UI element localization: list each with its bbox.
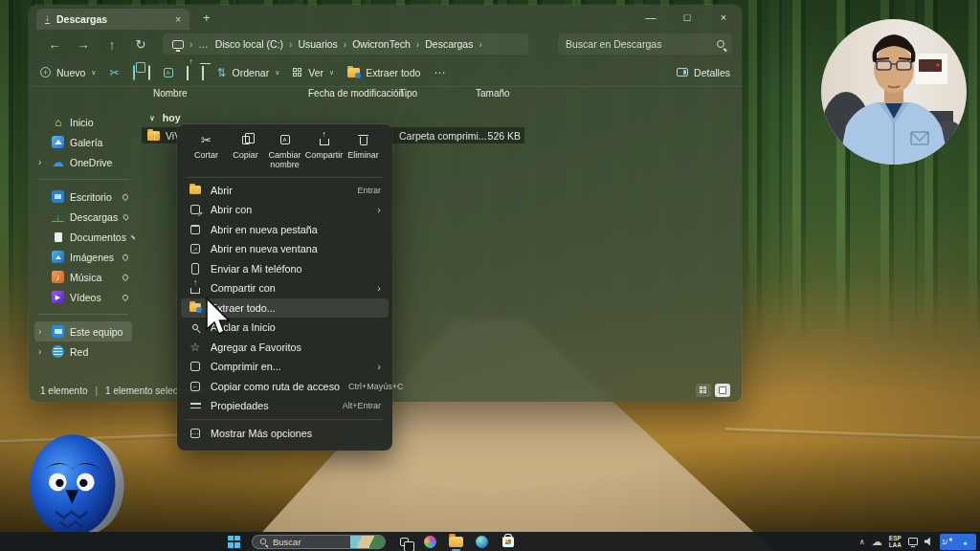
- task-view-button[interactable]: [397, 535, 412, 549]
- details-pane-button[interactable]: Detalles: [677, 67, 730, 78]
- microsoft-store-button[interactable]: [501, 535, 515, 549]
- view-toggles: [696, 384, 730, 397]
- share-button[interactable]: [187, 66, 189, 79]
- menu-item-abrir[interactable]: Abrir Entrar: [181, 181, 389, 201]
- menu-shortcut: Ctrl+Mayús+C: [348, 382, 404, 391]
- sidebar-item-videos[interactable]: ▶ Vídeos: [34, 287, 132, 307]
- crumb-disco-local[interactable]: Disco local (C:): [215, 38, 283, 50]
- sidebar-item-inicio[interactable]: ⌂ Inicio: [34, 112, 132, 132]
- maximize-button[interactable]: □: [669, 6, 705, 29]
- pin-icon: [122, 213, 130, 221]
- tab-close-icon[interactable]: ×: [175, 14, 181, 25]
- group-header-hoy[interactable]: ∨ hoy: [149, 112, 181, 123]
- menu-item-propiedades[interactable]: Propiedades Alt+Entrar: [181, 396, 389, 416]
- sidebar-item-este-equipo[interactable]: › Este equipo: [34, 321, 132, 342]
- start-button[interactable]: [228, 536, 240, 548]
- sidebar-item-onedrive[interactable]: › ☁ OneDrive: [34, 152, 132, 172]
- open-with-icon: [189, 203, 202, 216]
- cut-button[interactable]: ✂ Cortar: [187, 132, 226, 170]
- crumb-separator: ›: [189, 39, 192, 50]
- forward-button[interactable]: →: [71, 37, 96, 52]
- menu-label: Extraer todo...: [211, 302, 381, 314]
- new-button[interactable]: + Nuevo ∨: [40, 67, 96, 78]
- sidebar-item-galeria[interactable]: Galería: [34, 132, 132, 152]
- view-button[interactable]: Ver ∨: [293, 67, 334, 78]
- minimize-button[interactable]: —: [633, 6, 669, 29]
- language-indicator[interactable]: ESP LAA: [889, 535, 902, 548]
- new-tab-button[interactable]: +: [203, 11, 211, 25]
- crumb-owicrontech[interactable]: OwicronTech: [352, 38, 411, 50]
- sidebar-item-imagenes[interactable]: Imágenes: [34, 247, 132, 267]
- pin-icon: [122, 293, 129, 300]
- menu-item-copiar-ruta[interactable]: ⌐ Copiar como ruta de acceso Ctrl+Mayús+…: [181, 377, 389, 397]
- sidebar-label: Descargas: [70, 211, 118, 223]
- column-fecha[interactable]: Fecha de modificación: [308, 88, 404, 99]
- copy-button[interactable]: Copiar: [226, 132, 265, 170]
- sidebar-label: Imágenes: [70, 252, 114, 263]
- delete-button[interactable]: [202, 66, 204, 79]
- network-icon[interactable]: [908, 538, 918, 545]
- paste-button[interactable]: [148, 66, 150, 79]
- sort-button[interactable]: ⇅ Ordenar ∨: [217, 66, 280, 79]
- copy-button[interactable]: [133, 66, 135, 79]
- edge-browser-button[interactable]: [475, 535, 489, 549]
- menu-item-enviar-mi-telefono[interactable]: Enviar a Mi teléfono: [181, 259, 389, 279]
- this-pc-icon: [52, 325, 64, 338]
- taskbar-search[interactable]: Buscar: [252, 535, 386, 549]
- more-options-button[interactable]: ⋯: [434, 66, 445, 79]
- extract-all-button[interactable]: Extraer todo: [347, 67, 420, 78]
- expand-chevron-icon[interactable]: ›: [38, 326, 46, 337]
- breadcrumb-overflow[interactable]: …: [198, 38, 210, 50]
- tray-expand-chevron-icon[interactable]: ∧: [859, 538, 865, 546]
- share-button[interactable]: Compartir: [304, 132, 344, 170]
- this-pc-icon: [172, 40, 184, 49]
- submenu-chevron-icon: ›: [377, 204, 381, 215]
- speaker-icon[interactable]: [924, 538, 933, 546]
- menu-item-abrir-nueva-pestana[interactable]: Abrir en nueva pestaña: [181, 220, 389, 240]
- column-nombre[interactable]: Nombre: [153, 88, 188, 99]
- up-button[interactable]: ↑: [100, 37, 124, 52]
- breadcrumb[interactable]: › … Disco local (C:) › Usuarios › Owicro…: [163, 33, 528, 55]
- delete-button[interactable]: Eliminar: [344, 132, 383, 170]
- close-button[interactable]: ×: [705, 6, 742, 29]
- menu-label: Abrir con: [211, 204, 368, 215]
- sidebar-item-red[interactable]: › Red: [34, 342, 132, 362]
- menu-item-mostrar-mas-opciones[interactable]: ⋯ Mostrar Más opciones: [181, 423, 389, 445]
- rename-button[interactable]: A: [164, 68, 173, 77]
- expand-chevron-icon[interactable]: ›: [38, 157, 46, 167]
- search-input[interactable]: Buscar en Descargas: [558, 33, 732, 55]
- clock-area[interactable]: 1/: [940, 534, 976, 550]
- new-tab-icon: [189, 223, 202, 236]
- column-tamano[interactable]: Tamaño: [476, 88, 510, 99]
- refresh-button[interactable]: ↻: [128, 37, 153, 52]
- large-icons-view-toggle[interactable]: [715, 384, 730, 397]
- details-view-toggle[interactable]: [696, 384, 711, 397]
- star-icon: ☆: [189, 341, 202, 354]
- search-icon: [260, 539, 266, 544]
- downloads-icon: ↓: [45, 14, 50, 24]
- crumb-usuarios[interactable]: Usuarios: [298, 38, 337, 50]
- menu-item-compartir-con[interactable]: Compartir con ›: [181, 278, 389, 298]
- crumb-descargas[interactable]: Descargas: [425, 38, 473, 50]
- expand-chevron-icon[interactable]: ›: [38, 346, 46, 357]
- sidebar-item-musica[interactable]: ♪ Música: [34, 267, 132, 287]
- sidebar-label: Galería: [70, 137, 102, 148]
- sidebar-item-documentos[interactable]: Documentos: [34, 227, 132, 247]
- menu-item-agregar-favoritos[interactable]: ☆ Agregar a Favoritos: [181, 338, 389, 358]
- column-tipo[interactable]: Tipo: [399, 88, 417, 99]
- tab-descargas[interactable]: ↓ Descargas ×: [36, 9, 189, 30]
- glasses: [877, 61, 891, 70]
- file-explorer-button[interactable]: [449, 535, 463, 549]
- sidebar-item-escritorio[interactable]: Escritorio: [34, 187, 132, 207]
- collapse-chevron-icon[interactable]: ∨: [149, 114, 155, 122]
- sidebar-item-descargas[interactable]: ↓ Descargas: [34, 207, 132, 227]
- menu-item-abrir-nueva-ventana[interactable]: ↗ Abrir en nueva ventana: [181, 239, 389, 259]
- onedrive-tray-icon[interactable]: ☁: [872, 536, 882, 548]
- menu-item-abrir-con[interactable]: Abrir con ›: [181, 200, 389, 220]
- back-button[interactable]: ←: [42, 37, 67, 52]
- quick-actions: ✂ Cortar Copiar A Cambiar nombre Compart…: [181, 130, 389, 174]
- rename-button[interactable]: A Cambiar nombre: [265, 132, 304, 170]
- photos-app-button[interactable]: [423, 535, 437, 549]
- menu-item-comprimir-en[interactable]: Comprimir en... ›: [181, 357, 389, 377]
- cut-button[interactable]: ✂: [109, 66, 119, 79]
